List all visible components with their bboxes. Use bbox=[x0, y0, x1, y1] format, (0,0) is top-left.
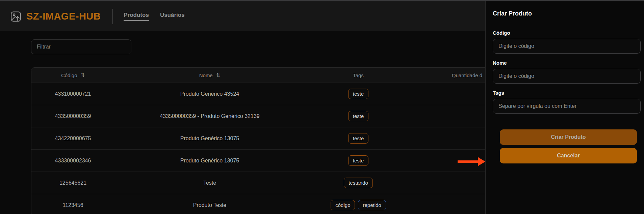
table-row[interactable]: 1123456Produto Testecódigorepetido bbox=[31, 194, 485, 214]
cell-codigo: 1123456 bbox=[31, 202, 114, 208]
filter-input[interactable] bbox=[31, 39, 131, 54]
cell-tags: teste bbox=[305, 155, 412, 166]
cell-nome: Produto Genérico 43524 bbox=[114, 91, 305, 97]
field-group-nome: Nome bbox=[493, 60, 641, 84]
tags-label: Tags bbox=[493, 90, 641, 96]
tag-badge: teste bbox=[348, 111, 369, 121]
cell-nome: Teste bbox=[114, 180, 305, 186]
main-nav: Produtos Usuários bbox=[124, 12, 184, 21]
products-table: Código⇅Nome⇅TagsQuantidade d 43310000072… bbox=[31, 67, 485, 214]
nome-input[interactable] bbox=[493, 69, 641, 84]
column-header-3: Quantidade d bbox=[412, 72, 485, 78]
create-product-button[interactable]: Criar Produto bbox=[500, 129, 637, 145]
sort-icon[interactable]: ⇅ bbox=[80, 72, 85, 78]
cell-nome: Produto Genérico 13075 bbox=[114, 158, 305, 164]
cell-tags: teste bbox=[305, 133, 412, 144]
cell-tags: testando bbox=[305, 178, 412, 188]
cell-codigo: 433100000721 bbox=[31, 91, 114, 97]
tag-badge: teste bbox=[348, 155, 369, 166]
table-row[interactable]: 433100000721Produto Genérico 43524teste bbox=[31, 83, 485, 105]
cancel-button[interactable]: Cancelar bbox=[500, 148, 637, 163]
nav-item-usuarios[interactable]: Usuários bbox=[160, 12, 185, 21]
image-upload-logo-icon bbox=[10, 11, 22, 22]
tag-badge: testando bbox=[344, 178, 373, 188]
main-content: Código⇅Nome⇅TagsQuantidade d 43310000072… bbox=[0, 31, 485, 214]
cell-codigo: 433500000359 bbox=[31, 113, 114, 119]
panel-buttons: Criar Produto Cancelar bbox=[493, 129, 641, 163]
column-label: Nome bbox=[199, 72, 213, 78]
cell-tags: códigorepetido bbox=[305, 200, 412, 210]
cell-codigo: 125645621 bbox=[31, 180, 114, 186]
tag-badge: teste bbox=[348, 89, 369, 99]
codigo-input[interactable] bbox=[493, 39, 641, 54]
tag-badge: código bbox=[331, 200, 355, 210]
codigo-label: Código bbox=[493, 30, 641, 36]
cell-tags: teste bbox=[305, 111, 412, 121]
cell-codigo: 434220000675 bbox=[31, 135, 114, 142]
field-group-codigo: Código bbox=[493, 30, 641, 54]
header-divider bbox=[112, 9, 112, 24]
table-body: 433100000721Produto Genérico 43524teste4… bbox=[31, 83, 485, 214]
app-window: SZ-IMAGE-HUB Produtos Usuários Código⇅No… bbox=[0, 0, 644, 214]
cell-codigo: 433300002346 bbox=[31, 158, 114, 164]
table-header-row: Código⇅Nome⇅TagsQuantidade d bbox=[31, 68, 485, 83]
column-label: Tags bbox=[353, 72, 364, 78]
column-header-1[interactable]: Nome⇅ bbox=[114, 72, 305, 78]
table-row[interactable]: 125645621Testetestando bbox=[31, 172, 485, 194]
column-header-0[interactable]: Código⇅ bbox=[31, 72, 114, 78]
annotation-arrow-icon bbox=[458, 155, 485, 169]
cell-tags: teste bbox=[305, 89, 412, 99]
app-header: SZ-IMAGE-HUB Produtos Usuários bbox=[0, 1, 485, 31]
nav-item-produtos[interactable]: Produtos bbox=[124, 12, 149, 21]
brand-title: SZ-IMAGE-HUB bbox=[26, 11, 101, 22]
cell-nome: 433500000359 - Produto Genérico 32139 bbox=[114, 113, 305, 119]
create-product-panel: Criar Produto Código Nome Tags Criar Pro… bbox=[485, 1, 644, 214]
tag-badge: teste bbox=[348, 133, 369, 144]
field-group-tags: Tags bbox=[493, 90, 641, 114]
sort-icon[interactable]: ⇅ bbox=[216, 72, 221, 78]
column-header-2: Tags bbox=[305, 72, 412, 78]
column-label: Quantidade d bbox=[452, 72, 482, 78]
table-row[interactable]: 434220000675Produto Genérico 13075teste bbox=[31, 127, 485, 149]
table-row[interactable]: 433300002346Produto Genérico 13075teste bbox=[31, 149, 485, 172]
panel-title: Criar Produto bbox=[493, 10, 641, 17]
nome-label: Nome bbox=[493, 60, 641, 66]
cell-nome: Produto Genérico 13075 bbox=[114, 135, 305, 142]
column-label: Código bbox=[61, 72, 77, 78]
tag-badge: repetido bbox=[358, 200, 386, 210]
tags-input[interactable] bbox=[493, 99, 641, 114]
table-row[interactable]: 433500000359433500000359 - Produto Genér… bbox=[31, 105, 485, 127]
cell-nome: Produto Teste bbox=[114, 202, 305, 208]
